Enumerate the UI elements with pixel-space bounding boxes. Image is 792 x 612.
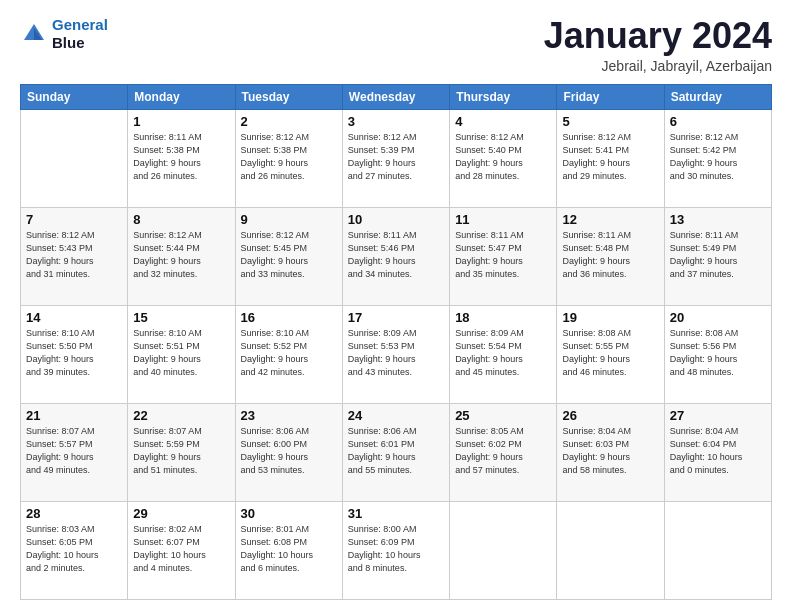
- day-info: Sunrise: 8:03 AMSunset: 6:05 PMDaylight:…: [26, 523, 122, 575]
- calendar-day: 12Sunrise: 8:11 AMSunset: 5:48 PMDayligh…: [557, 207, 664, 305]
- calendar-day: 6Sunrise: 8:12 AMSunset: 5:42 PMDaylight…: [664, 109, 771, 207]
- calendar-day: 2Sunrise: 8:12 AMSunset: 5:38 PMDaylight…: [235, 109, 342, 207]
- calendar-day: 18Sunrise: 8:09 AMSunset: 5:54 PMDayligh…: [450, 305, 557, 403]
- calendar-day: 8Sunrise: 8:12 AMSunset: 5:44 PMDaylight…: [128, 207, 235, 305]
- day-number: 1: [133, 114, 229, 129]
- day-number: 12: [562, 212, 658, 227]
- day-info: Sunrise: 8:06 AMSunset: 6:00 PMDaylight:…: [241, 425, 337, 477]
- day-number: 31: [348, 506, 444, 521]
- calendar-day: 17Sunrise: 8:09 AMSunset: 5:53 PMDayligh…: [342, 305, 449, 403]
- day-info: Sunrise: 8:10 AMSunset: 5:52 PMDaylight:…: [241, 327, 337, 379]
- day-number: 4: [455, 114, 551, 129]
- calendar-day: 30Sunrise: 8:01 AMSunset: 6:08 PMDayligh…: [235, 501, 342, 599]
- weekday-header: Tuesday: [235, 84, 342, 109]
- day-info: Sunrise: 8:09 AMSunset: 5:54 PMDaylight:…: [455, 327, 551, 379]
- day-info: Sunrise: 8:11 AMSunset: 5:48 PMDaylight:…: [562, 229, 658, 281]
- day-info: Sunrise: 8:09 AMSunset: 5:53 PMDaylight:…: [348, 327, 444, 379]
- calendar-day: 20Sunrise: 8:08 AMSunset: 5:56 PMDayligh…: [664, 305, 771, 403]
- calendar-empty-day: [557, 501, 664, 599]
- calendar-day: 31Sunrise: 8:00 AMSunset: 6:09 PMDayligh…: [342, 501, 449, 599]
- day-number: 3: [348, 114, 444, 129]
- calendar-day: 25Sunrise: 8:05 AMSunset: 6:02 PMDayligh…: [450, 403, 557, 501]
- day-info: Sunrise: 8:12 AMSunset: 5:38 PMDaylight:…: [241, 131, 337, 183]
- calendar-day: 23Sunrise: 8:06 AMSunset: 6:00 PMDayligh…: [235, 403, 342, 501]
- day-number: 29: [133, 506, 229, 521]
- weekday-header: Friday: [557, 84, 664, 109]
- day-number: 24: [348, 408, 444, 423]
- header: General Blue January 2024 Jebrail, Jabra…: [20, 16, 772, 74]
- day-number: 11: [455, 212, 551, 227]
- day-info: Sunrise: 8:12 AMSunset: 5:44 PMDaylight:…: [133, 229, 229, 281]
- day-number: 13: [670, 212, 766, 227]
- calendar-day: 16Sunrise: 8:10 AMSunset: 5:52 PMDayligh…: [235, 305, 342, 403]
- day-info: Sunrise: 8:04 AMSunset: 6:04 PMDaylight:…: [670, 425, 766, 477]
- day-info: Sunrise: 8:12 AMSunset: 5:45 PMDaylight:…: [241, 229, 337, 281]
- day-number: 26: [562, 408, 658, 423]
- calendar-day: 13Sunrise: 8:11 AMSunset: 5:49 PMDayligh…: [664, 207, 771, 305]
- calendar-page: General Blue January 2024 Jebrail, Jabra…: [0, 0, 792, 612]
- day-number: 5: [562, 114, 658, 129]
- weekday-header: Monday: [128, 84, 235, 109]
- day-info: Sunrise: 8:10 AMSunset: 5:50 PMDaylight:…: [26, 327, 122, 379]
- weekday-header: Thursday: [450, 84, 557, 109]
- calendar-day: 1Sunrise: 8:11 AMSunset: 5:38 PMDaylight…: [128, 109, 235, 207]
- day-number: 7: [26, 212, 122, 227]
- calendar-day: 27Sunrise: 8:04 AMSunset: 6:04 PMDayligh…: [664, 403, 771, 501]
- day-number: 27: [670, 408, 766, 423]
- calendar-day: 28Sunrise: 8:03 AMSunset: 6:05 PMDayligh…: [21, 501, 128, 599]
- day-number: 22: [133, 408, 229, 423]
- day-info: Sunrise: 8:07 AMSunset: 5:57 PMDaylight:…: [26, 425, 122, 477]
- day-info: Sunrise: 8:02 AMSunset: 6:07 PMDaylight:…: [133, 523, 229, 575]
- calendar-week-row: 14Sunrise: 8:10 AMSunset: 5:50 PMDayligh…: [21, 305, 772, 403]
- day-number: 14: [26, 310, 122, 325]
- day-info: Sunrise: 8:11 AMSunset: 5:46 PMDaylight:…: [348, 229, 444, 281]
- calendar-empty-day: [450, 501, 557, 599]
- day-number: 6: [670, 114, 766, 129]
- calendar-day: 7Sunrise: 8:12 AMSunset: 5:43 PMDaylight…: [21, 207, 128, 305]
- location: Jebrail, Jabrayil, Azerbaijan: [544, 58, 772, 74]
- day-number: 10: [348, 212, 444, 227]
- calendar-day: 11Sunrise: 8:11 AMSunset: 5:47 PMDayligh…: [450, 207, 557, 305]
- weekday-header: Saturday: [664, 84, 771, 109]
- day-info: Sunrise: 8:08 AMSunset: 5:55 PMDaylight:…: [562, 327, 658, 379]
- calendar-day: 21Sunrise: 8:07 AMSunset: 5:57 PMDayligh…: [21, 403, 128, 501]
- calendar-day: 14Sunrise: 8:10 AMSunset: 5:50 PMDayligh…: [21, 305, 128, 403]
- day-info: Sunrise: 8:12 AMSunset: 5:41 PMDaylight:…: [562, 131, 658, 183]
- day-number: 20: [670, 310, 766, 325]
- calendar-week-row: 28Sunrise: 8:03 AMSunset: 6:05 PMDayligh…: [21, 501, 772, 599]
- calendar-day: 29Sunrise: 8:02 AMSunset: 6:07 PMDayligh…: [128, 501, 235, 599]
- calendar-week-row: 21Sunrise: 8:07 AMSunset: 5:57 PMDayligh…: [21, 403, 772, 501]
- day-number: 25: [455, 408, 551, 423]
- day-number: 18: [455, 310, 551, 325]
- calendar-day: 24Sunrise: 8:06 AMSunset: 6:01 PMDayligh…: [342, 403, 449, 501]
- calendar-day: 19Sunrise: 8:08 AMSunset: 5:55 PMDayligh…: [557, 305, 664, 403]
- day-info: Sunrise: 8:04 AMSunset: 6:03 PMDaylight:…: [562, 425, 658, 477]
- day-info: Sunrise: 8:06 AMSunset: 6:01 PMDaylight:…: [348, 425, 444, 477]
- day-number: 30: [241, 506, 337, 521]
- day-number: 8: [133, 212, 229, 227]
- day-number: 28: [26, 506, 122, 521]
- day-number: 21: [26, 408, 122, 423]
- day-info: Sunrise: 8:05 AMSunset: 6:02 PMDaylight:…: [455, 425, 551, 477]
- logo-text: General Blue: [52, 16, 108, 52]
- day-info: Sunrise: 8:11 AMSunset: 5:47 PMDaylight:…: [455, 229, 551, 281]
- day-info: Sunrise: 8:11 AMSunset: 5:49 PMDaylight:…: [670, 229, 766, 281]
- calendar-day: 10Sunrise: 8:11 AMSunset: 5:46 PMDayligh…: [342, 207, 449, 305]
- day-number: 9: [241, 212, 337, 227]
- logo: General Blue: [20, 16, 108, 52]
- day-info: Sunrise: 8:12 AMSunset: 5:42 PMDaylight:…: [670, 131, 766, 183]
- day-info: Sunrise: 8:10 AMSunset: 5:51 PMDaylight:…: [133, 327, 229, 379]
- day-info: Sunrise: 8:08 AMSunset: 5:56 PMDaylight:…: [670, 327, 766, 379]
- day-number: 16: [241, 310, 337, 325]
- day-info: Sunrise: 8:12 AMSunset: 5:39 PMDaylight:…: [348, 131, 444, 183]
- day-info: Sunrise: 8:11 AMSunset: 5:38 PMDaylight:…: [133, 131, 229, 183]
- calendar-day: 3Sunrise: 8:12 AMSunset: 5:39 PMDaylight…: [342, 109, 449, 207]
- day-number: 23: [241, 408, 337, 423]
- calendar-day: 26Sunrise: 8:04 AMSunset: 6:03 PMDayligh…: [557, 403, 664, 501]
- title-section: January 2024 Jebrail, Jabrayil, Azerbaij…: [544, 16, 772, 74]
- weekday-header: Sunday: [21, 84, 128, 109]
- calendar-day: 4Sunrise: 8:12 AMSunset: 5:40 PMDaylight…: [450, 109, 557, 207]
- day-number: 19: [562, 310, 658, 325]
- day-info: Sunrise: 8:00 AMSunset: 6:09 PMDaylight:…: [348, 523, 444, 575]
- calendar-empty-day: [21, 109, 128, 207]
